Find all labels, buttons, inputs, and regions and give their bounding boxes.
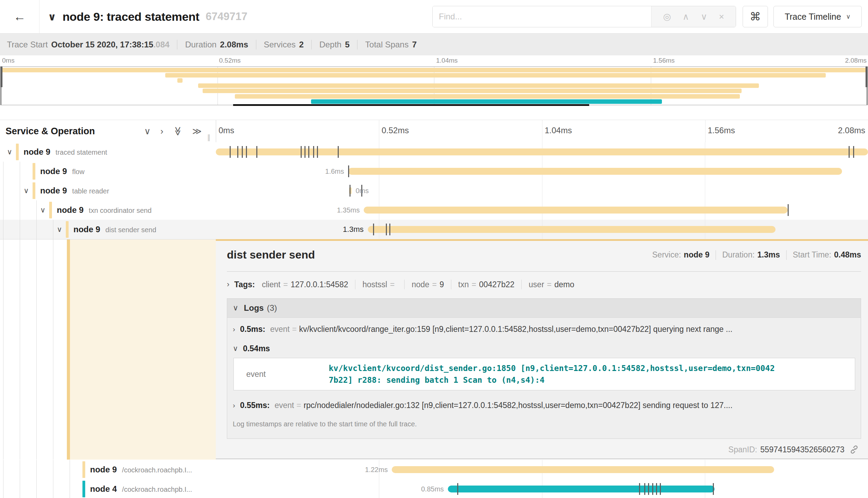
find-box: ◎∧∨×: [432, 6, 736, 27]
span-duration-bar[interactable]: [448, 486, 715, 492]
next-match-icon[interactable]: ∨: [701, 11, 707, 22]
log-entry-expanded-header[interactable]: ∨ 0.54ms: [227, 341, 861, 356]
span-name-label[interactable]: node 9flow: [40, 162, 85, 181]
span-name-column: ∨node 9traced statement: [0, 142, 216, 162]
log-field-value: kv/kvclient/kvcoord/dist_sender.go:1850 …: [329, 362, 776, 386]
log-equals: =: [292, 325, 296, 334]
chevron-down-icon[interactable]: ∨: [57, 220, 62, 239]
span-name-label[interactable]: node 9txn coordinator send: [57, 200, 152, 220]
log-field-key: event: [234, 370, 329, 379]
span-row-traced-statement[interactable]: ∨node 9traced statement: [0, 142, 868, 162]
minimap-canvas[interactable]: [0, 66, 868, 105]
log-time: 0.54ms: [243, 344, 270, 353]
span-name-column: node 9flow: [0, 162, 216, 181]
chevron-down-icon: ∨: [233, 344, 238, 353]
log-marker-tick: [308, 146, 309, 158]
span-duration-label: 1.35ms: [337, 200, 360, 220]
logs-footnote: Log timestamps are relative to the start…: [227, 417, 861, 428]
chevron-down-icon: ∨: [846, 13, 850, 20]
span-row-txn-coordinator-send[interactable]: ∨node 9txn coordinator send1.35ms: [0, 200, 868, 220]
operation-name: txn coordinator send: [89, 207, 151, 215]
span-row--cockroach-roachpb-i-[interactable]: node 9/cockroach.roachpb.I...1.22ms: [0, 460, 868, 479]
span-duration-label: 0.85ms: [421, 479, 444, 498]
chevron-right-icon: ›: [233, 401, 235, 409]
span-name-label[interactable]: node 4/cockroach.roachpb.I...: [90, 479, 192, 498]
tree-guide-line: [20, 479, 20, 498]
log-entry[interactable]: › 0.55ms: event = rpc/nodedialer/nodedia…: [227, 394, 861, 417]
minimap-span-bar: [235, 94, 740, 99]
span-meta: Service:node 9Duration:1.3msStart Time:0…: [652, 250, 861, 260]
span-row-flow[interactable]: node 9flow1.6ms: [0, 162, 868, 181]
info-label: Trace Start: [7, 40, 48, 49]
span-color-bar: [33, 163, 35, 180]
locate-icon[interactable]: ◎: [663, 11, 671, 22]
span-duration-bar[interactable]: [392, 466, 774, 473]
log-entry[interactable]: › 0.5ms: event = kv/kvclient/kvcoord/ran…: [227, 318, 861, 341]
keyboard-shortcuts-button[interactable]: ⌘: [743, 6, 768, 27]
log-marker-tick: [389, 224, 390, 235]
log-marker-tick: [317, 146, 318, 158]
chevron-down-icon[interactable]: ∨: [7, 142, 12, 162]
tag-txn: txn=00427b22: [458, 280, 514, 289]
detail-header: dist sender send Service:node 9Duration:…: [227, 248, 861, 261]
tree-guide-line: [20, 200, 20, 220]
span-row-table-reader[interactable]: ∨node 9table reader0ms: [0, 181, 868, 200]
find-input[interactable]: [433, 6, 651, 27]
span-duration-bar[interactable]: [368, 226, 776, 233]
tree-guide-line: [20, 460, 20, 479]
separator: [357, 40, 357, 49]
chevron-down-icon[interactable]: ∨: [40, 200, 45, 220]
log-marker-tick: [361, 185, 362, 197]
span-timeline-column: 1.22ms: [216, 460, 868, 479]
minimap-span-bar: [198, 83, 759, 88]
back-button[interactable]: ←: [5, 0, 35, 33]
separator: [311, 40, 312, 49]
span-name-label[interactable]: node 9traced statement: [24, 142, 107, 162]
trace-collapse-chevron-icon[interactable]: ∨: [48, 11, 56, 23]
span-name-label[interactable]: node 9table reader: [40, 181, 109, 200]
log-field-table: event kv/kvclient/kvcoord/dist_sender.go…: [233, 358, 855, 390]
span-row-dist-sender-send[interactable]: ∨node 9dist sender send1.3ms: [0, 220, 868, 239]
minimap-span-bar: [177, 78, 183, 83]
span-duration-bar[interactable]: [348, 168, 842, 175]
separator: [716, 250, 716, 260]
deep-link-icon[interactable]: [849, 445, 859, 454]
span-name-label[interactable]: node 9dist sender send: [73, 220, 156, 239]
timeline-minimap: 0ms0.52ms1.04ms1.56ms2.08ms: [0, 55, 868, 106]
separator: [177, 40, 177, 49]
span-timeline-column: 1.3ms: [216, 220, 868, 239]
clear-search-icon[interactable]: ×: [719, 11, 724, 22]
span-color-bar: [49, 202, 52, 218]
span-id-label: SpanID:: [728, 445, 757, 454]
service-operation-header: Service & Operation: [6, 120, 95, 142]
span-name-column: node 9/cockroach.roachpb.I...: [0, 460, 216, 479]
expand-one-icon[interactable]: ›: [160, 127, 163, 136]
log-marker-tick: [644, 483, 645, 495]
span-duration-bar[interactable]: [364, 207, 788, 214]
logs-header[interactable]: ∨ Logs (3): [227, 299, 861, 318]
log-value: rpc/nodedialer/nodedialer.go:132 [n9,cli…: [303, 401, 732, 410]
tree-guide-line: [53, 220, 53, 239]
operation-name: traced statement: [55, 148, 107, 156]
chevron-down-icon[interactable]: ∨: [24, 181, 29, 200]
expand-all-icon[interactable]: ≫: [192, 127, 202, 136]
tags-row[interactable]: › Tags: client=127.0.0.1:54582hostssl=no…: [227, 277, 861, 292]
span-row--cockroach-roachpb-i-[interactable]: node 4/cockroach.roachpb.I...0.85ms: [0, 479, 868, 498]
collapse-one-icon[interactable]: ∨: [144, 127, 151, 136]
info-value: 2.08ms: [220, 40, 248, 49]
column-resize-grip[interactable]: ∥: [207, 133, 211, 142]
log-marker-tick: [648, 483, 649, 495]
log-marker-tick: [348, 165, 349, 177]
collapse-all-icon[interactable]: ≫: [173, 126, 182, 136]
meta-label: Duration:: [722, 250, 754, 260]
prev-match-icon[interactable]: ∧: [683, 11, 689, 22]
span-name-column: node 4/cockroach.roachpb.I...: [0, 479, 216, 498]
trace-title-group: ∨ node 9: traced statement 6749717: [48, 0, 247, 33]
span-name-label[interactable]: node 9/cockroach.roachpb.I...: [90, 460, 192, 479]
span-name-column: ∨node 9txn coordinator send: [0, 200, 216, 220]
span-timeline-column: 1.6ms: [216, 162, 868, 181]
view-select-button[interactable]: Trace Timeline ∨: [773, 6, 862, 27]
tree-guide-line: [3, 460, 3, 479]
operation-name: table reader: [72, 187, 109, 195]
span-name: dist sender send: [227, 248, 315, 261]
